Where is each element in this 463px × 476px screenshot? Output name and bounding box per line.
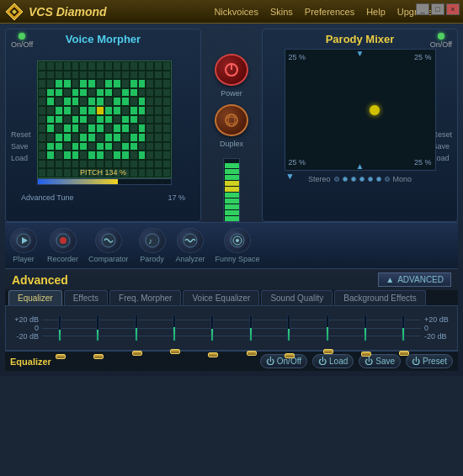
meter-seg-6 [225, 187, 239, 192]
menu-help[interactable]: Help [366, 7, 386, 17]
eq-sliders [42, 311, 421, 345]
svg-point-6 [228, 114, 235, 126]
pm-stereo-dot-3[interactable] [351, 177, 356, 182]
eq-onoff-icon: ⏻ [266, 357, 274, 366]
tab-equalizer[interactable]: Equalizer [8, 290, 62, 305]
vm-pitch-bar[interactable] [37, 178, 172, 185]
eq-slider-track-3[interactable] [173, 315, 176, 341]
vm-adv-tune: Advanced Tune 17 % [9, 193, 197, 202]
eq-slider-fill-7 [327, 327, 328, 341]
eq-slider-track-7[interactable] [326, 315, 329, 341]
eq-slider-track-5[interactable] [249, 315, 253, 341]
pm-grid-container: 25 % 25 % 25 % 25 % ▼ ▲ ▼ ▼ Stereo [285, 49, 436, 188]
pm-stereo-dot-4[interactable] [359, 177, 365, 182]
comparator-label: Comparator [88, 255, 129, 263]
vm-onoff-indicator: On/Off [11, 33, 33, 49]
eq-slider-track-1[interactable] [96, 315, 99, 341]
eq-slider-fill-3 [173, 327, 175, 341]
tab-background-effects[interactable]: Background Effects [334, 290, 426, 305]
tab-voice-equalizer[interactable]: Voice Equalizer [183, 290, 259, 305]
pm-stereo-dot-2[interactable] [343, 177, 348, 182]
eq-channel-7 [310, 311, 344, 345]
vm-onoff-label: On/Off [11, 40, 33, 49]
menu-preferences[interactable]: Preferences [305, 7, 354, 17]
advanced-toggle-icon: ▲ [386, 275, 394, 284]
eq-preset-button[interactable]: ⏻ Preset [406, 354, 453, 368]
eq-slider-fill-4 [211, 329, 213, 341]
eq-labels-right: +20 dB 0 -20 dB [424, 311, 454, 345]
eq-label-top-right: +20 dB [424, 315, 454, 324]
eq-slider-thumb-3[interactable] [170, 349, 180, 354]
pm-stereo-dot-6[interactable] [376, 177, 381, 182]
pm-stereo-dot-5[interactable] [368, 177, 373, 182]
eq-slider-thumb-4[interactable] [208, 352, 218, 357]
eq-slider-thumb-1[interactable] [93, 354, 104, 359]
pm-grid[interactable]: 25 % 25 % 25 % 25 % ▼ ▲ [285, 49, 436, 171]
close-button[interactable]: × [446, 3, 460, 15]
funny-space-label: Funny Space [216, 255, 260, 263]
tool-comparator[interactable]: Comparator [85, 226, 132, 265]
tab-effects[interactable]: Effects [64, 290, 108, 305]
svg-point-7 [226, 117, 237, 124]
eq-slider-track-4[interactable] [210, 315, 214, 341]
pm-arrow-bot[interactable]: ▲ [356, 161, 365, 171]
pm-stereo-dot-1[interactable] [334, 177, 339, 182]
eq-slider-thumb-9[interactable] [399, 351, 409, 356]
advanced-toggle-label: ADVANCED [397, 275, 444, 284]
duplex-label: Duplex [220, 140, 243, 148]
vm-grid[interactable] [37, 61, 172, 178]
eq-slider-thumb-0[interactable] [56, 354, 66, 359]
eq-slider-thumb-5[interactable] [247, 351, 257, 356]
eq-slider-thumb-6[interactable] [285, 353, 295, 358]
meter-seg-10 [225, 163, 239, 168]
eq-label-bot-right: -20 dB [424, 332, 454, 341]
duplex-button[interactable] [215, 104, 248, 136]
vm-grid-canvas[interactable] [37, 61, 172, 178]
eq-channel-0 [42, 311, 77, 345]
eq-load-label: Load [329, 357, 348, 366]
eq-slider-track-2[interactable] [135, 315, 138, 341]
meter-seg-4 [225, 198, 239, 204]
tool-player[interactable]: Player [7, 226, 40, 265]
eq-slider-track-0[interactable] [58, 315, 61, 341]
pm-arrow-right[interactable]: ▼ [286, 172, 295, 181]
svg-point-18 [236, 239, 239, 242]
eq-channel-5 [233, 311, 268, 345]
eq-slider-thumb-7[interactable] [323, 349, 333, 354]
tool-recorder[interactable]: Recorder [44, 226, 82, 265]
pm-arrow-top[interactable]: ▼ [356, 49, 365, 58]
parody-mixer-panel: Parody Mixer On/Off Reset Save Load 25 %… [262, 29, 458, 222]
eq-slider-thumb-2[interactable] [132, 351, 142, 356]
eq-slider-thumb-8[interactable] [361, 352, 371, 357]
eq-slider-fill-8 [365, 328, 366, 341]
power-button[interactable] [215, 54, 248, 86]
eq-channel-4 [195, 311, 230, 345]
minimize-button[interactable]: _ [416, 3, 429, 15]
eq-load-button[interactable]: ⏻ Load [312, 354, 354, 368]
eq-preset-icon: ⏻ [412, 357, 420, 366]
player-icon [10, 228, 37, 253]
eq-slider-track-8[interactable] [364, 315, 367, 341]
tool-funny-space[interactable]: Funny Space [212, 226, 263, 265]
eq-slider-fill-6 [288, 329, 290, 341]
menu-nickvoices[interactable]: Nickvoices [214, 7, 258, 17]
eq-channel-3 [157, 311, 191, 345]
eq-channel-9 [386, 311, 421, 345]
eq-slider-track-9[interactable] [402, 315, 405, 341]
parody-mixer-title: Parody Mixer [266, 33, 454, 45]
eq-slider-track-6[interactable] [287, 315, 290, 341]
advanced-toggle-button[interactable]: ▲ ADVANCED [378, 272, 451, 287]
eq-onoff-button[interactable]: ⏻ On/Off [260, 354, 307, 368]
tool-analyzer[interactable]: Analyzer [173, 226, 209, 265]
tool-parody[interactable]: ♪ Parody [136, 226, 169, 265]
meter-seg-9 [225, 169, 239, 174]
pm-corner-br: 25 % [414, 158, 432, 167]
svg-point-11 [60, 237, 67, 244]
tab-freq-morpher[interactable]: Freq. Morpher [109, 290, 181, 305]
pm-stereo-dot-7[interactable] [385, 177, 390, 182]
eq-channel-2 [119, 311, 153, 345]
menu-skins[interactable]: Skins [270, 7, 293, 17]
toolbar: Player Recorder Comparator ♪ Parody Anal… [5, 222, 458, 269]
maximize-button[interactable]: □ [431, 3, 444, 15]
tab-sound-quality[interactable]: Sound Quality [261, 290, 333, 305]
